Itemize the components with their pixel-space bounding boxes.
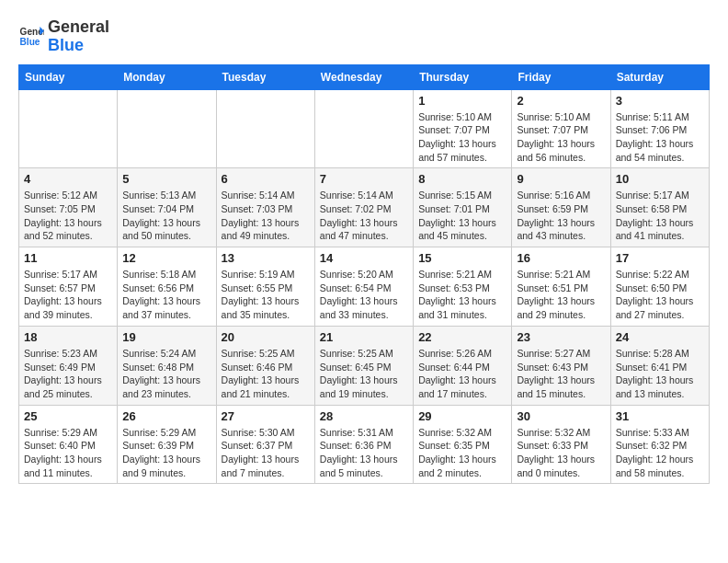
day-number: 15 [418,251,506,265]
day-number: 25 [24,409,112,423]
day-info: Sunrise: 5:17 AMSunset: 6:57 PMDaylight:… [24,268,112,322]
day-info: Sunrise: 5:23 AMSunset: 6:49 PMDaylight:… [24,347,112,401]
calendar-cell: 12Sunrise: 5:18 AMSunset: 6:56 PMDayligh… [118,247,216,327]
day-info: Sunrise: 5:18 AMSunset: 6:56 PMDaylight:… [122,268,210,322]
day-number: 26 [122,409,210,423]
calendar-header-row: SundayMondayTuesdayWednesdayThursdayFrid… [19,64,710,89]
page-header: General Blue General Blue [18,18,710,55]
day-info: Sunrise: 5:28 AMSunset: 6:41 PMDaylight:… [616,347,704,401]
calendar-cell: 13Sunrise: 5:19 AMSunset: 6:55 PMDayligh… [216,247,314,327]
day-info: Sunrise: 5:31 AMSunset: 6:36 PMDaylight:… [320,426,408,480]
calendar-cell: 8Sunrise: 5:15 AMSunset: 7:01 PMDaylight… [414,168,512,247]
day-number: 24 [616,330,704,344]
calendar-week-row: 4Sunrise: 5:12 AMSunset: 7:05 PMDaylight… [19,168,710,247]
day-of-week-header: Monday [118,64,216,89]
day-of-week-header: Sunday [19,64,118,89]
calendar-week-row: 25Sunrise: 5:29 AMSunset: 6:40 PMDayligh… [19,405,710,484]
day-number: 1 [418,94,506,108]
calendar-cell: 21Sunrise: 5:25 AMSunset: 6:45 PMDayligh… [314,326,413,405]
day-info: Sunrise: 5:13 AMSunset: 7:04 PMDaylight:… [122,189,210,243]
calendar-cell: 19Sunrise: 5:24 AMSunset: 6:48 PMDayligh… [118,326,216,405]
day-number: 23 [517,330,605,344]
day-number: 5 [122,172,210,186]
day-of-week-header: Wednesday [314,64,413,89]
day-number: 7 [320,172,408,186]
day-number: 22 [418,330,506,344]
calendar-cell: 31Sunrise: 5:33 AMSunset: 6:32 PMDayligh… [610,405,709,484]
calendar-cell: 23Sunrise: 5:27 AMSunset: 6:43 PMDayligh… [512,326,610,405]
day-info: Sunrise: 5:14 AMSunset: 7:02 PMDaylight:… [320,189,408,243]
calendar-cell: 15Sunrise: 5:21 AMSunset: 6:53 PMDayligh… [414,247,512,327]
calendar-cell: 17Sunrise: 5:22 AMSunset: 6:50 PMDayligh… [610,247,709,327]
day-number: 11 [24,251,112,265]
day-number: 6 [222,172,310,186]
logo-icon: General Blue [18,24,44,50]
day-info: Sunrise: 5:20 AMSunset: 6:54 PMDaylight:… [320,268,408,322]
calendar-cell: 27Sunrise: 5:30 AMSunset: 6:37 PMDayligh… [216,405,314,484]
calendar-week-row: 11Sunrise: 5:17 AMSunset: 6:57 PMDayligh… [19,247,710,327]
calendar-cell: 10Sunrise: 5:17 AMSunset: 6:58 PMDayligh… [610,168,709,247]
day-info: Sunrise: 5:29 AMSunset: 6:39 PMDaylight:… [122,426,210,480]
day-number: 2 [517,94,605,108]
logo: General Blue General Blue [18,18,109,55]
calendar-week-row: 18Sunrise: 5:23 AMSunset: 6:49 PMDayligh… [19,326,710,405]
calendar-cell: 9Sunrise: 5:16 AMSunset: 6:59 PMDaylight… [512,168,610,247]
calendar-body: 1Sunrise: 5:10 AMSunset: 7:07 PMDaylight… [19,89,710,484]
day-info: Sunrise: 5:17 AMSunset: 6:58 PMDaylight:… [616,189,704,243]
day-of-week-header: Thursday [414,64,512,89]
day-info: Sunrise: 5:14 AMSunset: 7:03 PMDaylight:… [222,189,310,243]
calendar-cell: 30Sunrise: 5:32 AMSunset: 6:33 PMDayligh… [512,405,610,484]
calendar-cell: 11Sunrise: 5:17 AMSunset: 6:57 PMDayligh… [19,247,118,327]
day-info: Sunrise: 5:15 AMSunset: 7:01 PMDaylight:… [418,189,506,243]
day-number: 20 [222,330,310,344]
day-info: Sunrise: 5:32 AMSunset: 6:33 PMDaylight:… [517,426,605,480]
day-info: Sunrise: 5:32 AMSunset: 6:35 PMDaylight:… [418,426,506,480]
day-number: 19 [122,330,210,344]
day-info: Sunrise: 5:24 AMSunset: 6:48 PMDaylight:… [122,347,210,401]
day-number: 10 [616,172,704,186]
day-number: 31 [616,409,704,423]
day-info: Sunrise: 5:29 AMSunset: 6:40 PMDaylight:… [24,426,112,480]
day-number: 17 [616,251,704,265]
calendar-table: SundayMondayTuesdayWednesdayThursdayFrid… [18,64,710,485]
day-number: 29 [418,409,506,423]
day-info: Sunrise: 5:11 AMSunset: 7:06 PMDaylight:… [616,110,704,165]
calendar-cell: 4Sunrise: 5:12 AMSunset: 7:05 PMDaylight… [19,168,118,247]
day-number: 28 [320,409,408,423]
day-info: Sunrise: 5:10 AMSunset: 7:07 PMDaylight:… [418,110,506,165]
day-number: 12 [122,251,210,265]
day-info: Sunrise: 5:19 AMSunset: 6:55 PMDaylight:… [222,268,310,322]
day-number: 13 [222,251,310,265]
day-info: Sunrise: 5:30 AMSunset: 6:37 PMDaylight:… [222,426,310,480]
day-number: 3 [616,94,704,108]
calendar-cell [216,89,314,168]
day-info: Sunrise: 5:27 AMSunset: 6:43 PMDaylight:… [517,347,605,401]
day-info: Sunrise: 5:16 AMSunset: 6:59 PMDaylight:… [517,189,605,243]
calendar-cell: 20Sunrise: 5:25 AMSunset: 6:46 PMDayligh… [216,326,314,405]
calendar-cell: 1Sunrise: 5:10 AMSunset: 7:07 PMDaylight… [414,89,512,168]
calendar-cell: 28Sunrise: 5:31 AMSunset: 6:36 PMDayligh… [314,405,413,484]
day-number: 18 [24,330,112,344]
calendar-cell: 26Sunrise: 5:29 AMSunset: 6:39 PMDayligh… [118,405,216,484]
calendar-cell: 25Sunrise: 5:29 AMSunset: 6:40 PMDayligh… [19,405,118,484]
day-info: Sunrise: 5:26 AMSunset: 6:44 PMDaylight:… [418,347,506,401]
calendar-cell: 24Sunrise: 5:28 AMSunset: 6:41 PMDayligh… [610,326,709,405]
day-number: 14 [320,251,408,265]
calendar-cell: 16Sunrise: 5:21 AMSunset: 6:51 PMDayligh… [512,247,610,327]
calendar-cell: 2Sunrise: 5:10 AMSunset: 7:07 PMDaylight… [512,89,610,168]
calendar-cell [314,89,413,168]
calendar-cell: 29Sunrise: 5:32 AMSunset: 6:35 PMDayligh… [414,405,512,484]
day-number: 8 [418,172,506,186]
calendar-cell: 7Sunrise: 5:14 AMSunset: 7:02 PMDaylight… [314,168,413,247]
day-info: Sunrise: 5:25 AMSunset: 6:46 PMDaylight:… [222,347,310,401]
day-info: Sunrise: 5:21 AMSunset: 6:53 PMDaylight:… [418,268,506,322]
day-info: Sunrise: 5:22 AMSunset: 6:50 PMDaylight:… [616,268,704,322]
calendar-cell: 14Sunrise: 5:20 AMSunset: 6:54 PMDayligh… [314,247,413,327]
day-of-week-header: Saturday [610,64,709,89]
day-number: 21 [320,330,408,344]
day-number: 4 [24,172,112,186]
day-of-week-header: Tuesday [216,64,314,89]
day-of-week-header: Friday [512,64,610,89]
logo-text: General Blue [48,18,109,55]
day-number: 9 [517,172,605,186]
